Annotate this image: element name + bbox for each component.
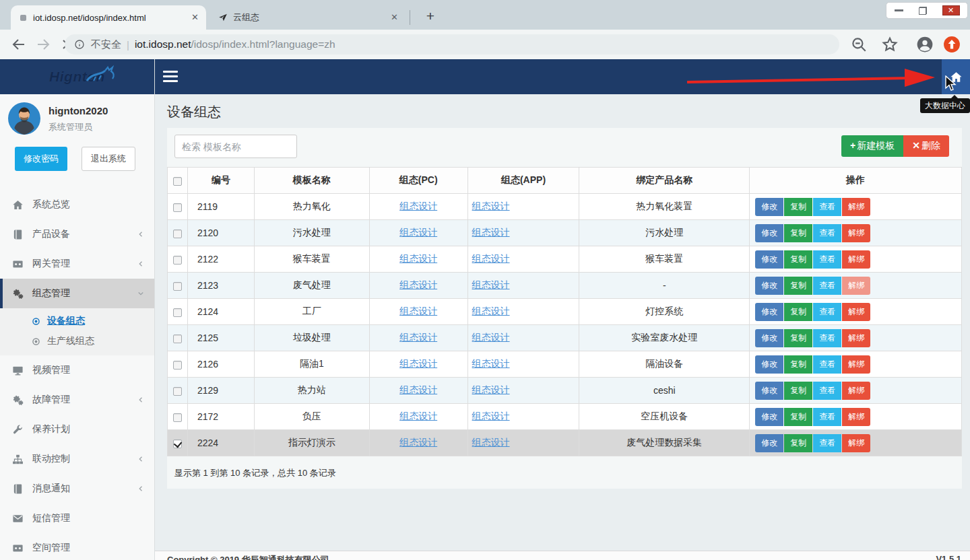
pc-design-link[interactable]: 组态设计 [399, 253, 437, 264]
edit-button[interactable]: 修改 [755, 303, 783, 321]
view-button[interactable]: 查看 [813, 303, 841, 321]
unbind-button[interactable]: 解绑 [842, 198, 870, 216]
app-design-link[interactable]: 组态设计 [472, 411, 510, 421]
row-checkbox[interactable] [173, 387, 182, 396]
app-design-link[interactable]: 组态设计 [472, 253, 510, 264]
zoom-out-icon[interactable] [850, 36, 868, 53]
sidebar-item[interactable]: 空间管理 [0, 533, 154, 560]
back-icon[interactable] [11, 36, 27, 53]
edit-button[interactable]: 修改 [755, 355, 783, 374]
pc-design-link[interactable]: 组态设计 [399, 332, 437, 343]
copy-button[interactable]: 复制 [784, 277, 812, 295]
edit-button[interactable]: 修改 [755, 224, 783, 242]
row-checkbox[interactable] [173, 256, 182, 265]
edit-button[interactable]: 修改 [755, 382, 783, 400]
new-template-button[interactable]: +新建模板 [841, 135, 903, 157]
profile-avatar-icon[interactable] [916, 36, 934, 53]
view-button[interactable]: 查看 [813, 277, 841, 295]
app-design-link[interactable]: 组态设计 [472, 332, 510, 343]
browser-update-icon[interactable] [943, 36, 961, 53]
app-design-link[interactable]: 组态设计 [472, 279, 510, 290]
tab-close-icon[interactable]: ✕ [389, 12, 400, 24]
copy-button[interactable]: 复制 [784, 303, 812, 321]
row-checkbox[interactable] [173, 361, 182, 370]
unbind-button[interactable]: 解绑 [842, 250, 870, 269]
app-design-link[interactable]: 组态设计 [472, 437, 510, 448]
info-icon[interactable] [74, 39, 85, 50]
edit-button[interactable]: 修改 [755, 434, 783, 452]
change-password-button[interactable]: 修改密码 [15, 147, 67, 171]
view-button[interactable]: 查看 [813, 382, 841, 400]
row-checkbox[interactable] [173, 413, 182, 422]
app-design-link[interactable]: 组态设计 [472, 358, 510, 369]
sidebar-item[interactable]: 系统总览 [0, 190, 154, 219]
copy-button[interactable]: 复制 [784, 224, 812, 242]
tab-close-icon[interactable]: ✕ [189, 12, 201, 24]
unbind-button[interactable]: 解绑 [842, 434, 870, 452]
edit-button[interactable]: 修改 [755, 329, 783, 347]
browser-tab-active[interactable]: iot.idosp.net/idosp/index.html ✕ [11, 5, 206, 30]
view-button[interactable]: 查看 [813, 198, 841, 216]
copy-button[interactable]: 复制 [784, 382, 812, 400]
unbind-button[interactable]: 解绑 [842, 382, 870, 400]
sidebar-item[interactable]: 保养计划 [0, 415, 154, 444]
bookmark-star-icon[interactable] [881, 36, 899, 53]
view-button[interactable]: 查看 [813, 250, 841, 269]
sidebar-subitem[interactable]: 生产线组态 [0, 331, 154, 351]
app-design-link[interactable]: 组态设计 [472, 227, 510, 238]
logout-button[interactable]: 退出系统 [82, 147, 135, 171]
view-button[interactable]: 查看 [813, 434, 841, 452]
app-design-link[interactable]: 组态设计 [472, 384, 510, 395]
unbind-button[interactable]: 解绑 [842, 277, 870, 295]
copy-button[interactable]: 复制 [784, 250, 812, 269]
row-checkbox[interactable] [173, 282, 182, 291]
unbind-button[interactable]: 解绑 [842, 355, 870, 374]
view-button[interactable]: 查看 [813, 224, 841, 242]
row-checkbox[interactable] [173, 308, 182, 317]
copy-button[interactable]: 复制 [784, 329, 812, 347]
select-all-checkbox[interactable] [173, 177, 182, 186]
row-checkbox[interactable] [173, 440, 182, 448]
restore-icon[interactable] [919, 7, 927, 15]
pc-design-link[interactable]: 组态设计 [399, 358, 437, 369]
unbind-button[interactable]: 解绑 [842, 329, 870, 347]
close-icon[interactable]: ✕ [942, 5, 960, 15]
edit-button[interactable]: 修改 [755, 250, 783, 269]
copy-button[interactable]: 复制 [784, 355, 812, 374]
url-bar[interactable]: 不安全 | iot.idosp.net /idosp/index.html?la… [65, 34, 839, 55]
copy-button[interactable]: 复制 [784, 198, 812, 216]
sidebar-item[interactable]: 联动控制 [0, 444, 154, 474]
pc-design-link[interactable]: 组态设计 [399, 227, 437, 238]
unbind-button[interactable]: 解绑 [842, 224, 870, 242]
view-button[interactable]: 查看 [813, 355, 841, 374]
sidebar-item[interactable]: 视频管理 [0, 355, 154, 385]
row-checkbox[interactable] [173, 230, 182, 238]
app-design-link[interactable]: 组态设计 [472, 201, 510, 211]
edit-button[interactable]: 修改 [755, 408, 783, 426]
sidebar-item[interactable]: 产品设备 [0, 219, 154, 249]
row-checkbox[interactable] [173, 335, 182, 343]
pc-design-link[interactable]: 组态设计 [399, 411, 437, 421]
sidebar-item[interactable]: 消息通知 [0, 474, 154, 503]
row-checkbox[interactable] [173, 203, 182, 212]
pc-design-link[interactable]: 组态设计 [399, 437, 437, 448]
pc-design-link[interactable]: 组态设计 [399, 201, 437, 211]
sidebar-item[interactable]: 网关管理 [0, 249, 154, 279]
sidebar-subitem[interactable]: 设备组态 [0, 311, 154, 331]
browser-tab-inactive[interactable]: 云组态 ✕ [210, 5, 406, 30]
menu-toggle-icon[interactable] [163, 71, 178, 82]
app-design-link[interactable]: 组态设计 [472, 306, 510, 316]
search-input[interactable] [174, 135, 297, 158]
new-tab-button[interactable]: + [420, 7, 441, 27]
minimize-icon[interactable] [895, 9, 903, 11]
pc-design-link[interactable]: 组态设计 [399, 279, 437, 290]
copy-button[interactable]: 复制 [784, 434, 812, 452]
unbind-button[interactable]: 解绑 [842, 408, 870, 426]
edit-button[interactable]: 修改 [755, 277, 783, 295]
unbind-button[interactable]: 解绑 [842, 303, 870, 321]
sidebar-item[interactable]: 故障管理 [0, 385, 154, 415]
delete-button[interactable]: ✕删除 [903, 135, 949, 157]
sidebar-item[interactable]: 短信管理 [0, 503, 154, 533]
sidebar-item[interactable]: 组态管理 [0, 279, 154, 308]
forward-icon[interactable] [35, 36, 51, 53]
